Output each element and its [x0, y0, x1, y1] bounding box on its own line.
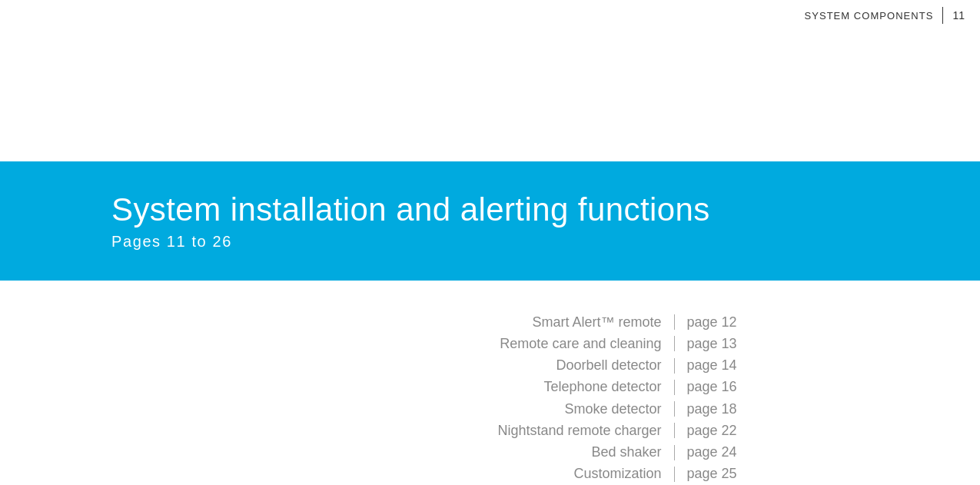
page-number: 11	[952, 9, 965, 22]
toc-item-name: Smoke detector	[390, 401, 674, 417]
toc-item-page: page 22	[675, 423, 744, 439]
toc-table: Smart Alert™ remotepage 12Remote care an…	[390, 311, 744, 485]
toc-row: Remote care and cleaningpage 13	[390, 333, 744, 354]
content-area: Smart Alert™ remotepage 12Remote care an…	[0, 296, 980, 485]
toc-item-name: Doorbell detector	[390, 357, 674, 374]
toc-item-page: page 24	[675, 444, 744, 460]
toc-item-page: page 18	[675, 401, 744, 417]
toc-item-name: Customization	[390, 466, 674, 482]
toc-row: Telephone detectorpage 16	[390, 377, 744, 398]
toc-item-name: Bed shaker	[390, 444, 674, 460]
toc-item-page: page 12	[675, 314, 744, 331]
toc-item-name: Nightstand remote charger	[390, 423, 674, 439]
toc-row: Customizationpage 25	[390, 463, 744, 485]
toc-row: Doorbell detectorpage 14	[390, 355, 744, 377]
header: SYSTEM COMPONENTS 11	[0, 0, 980, 31]
toc-row: Smart Alert™ remotepage 12	[390, 311, 744, 333]
banner-subtitle: Pages 11 to 26	[111, 233, 980, 251]
header-divider	[942, 7, 943, 24]
toc-item-name: Remote care and cleaning	[390, 336, 674, 352]
toc-item-name: Telephone detector	[390, 379, 674, 395]
toc-row: Nightstand remote chargerpage 22	[390, 420, 744, 441]
toc-item-page: page 13	[675, 336, 744, 352]
banner-title: System installation and alerting functio…	[111, 191, 980, 228]
toc-item-name: Smart Alert™ remote	[390, 314, 674, 331]
toc-item-page: page 14	[675, 357, 744, 374]
section-title: SYSTEM COMPONENTS	[805, 10, 934, 22]
toc-row: Smoke detectorpage 18	[390, 398, 744, 420]
toc-item-page: page 25	[675, 466, 744, 482]
toc-row: Bed shakerpage 24	[390, 442, 744, 463]
blue-banner: System installation and alerting functio…	[0, 161, 980, 281]
toc-item-page: page 16	[675, 379, 744, 395]
